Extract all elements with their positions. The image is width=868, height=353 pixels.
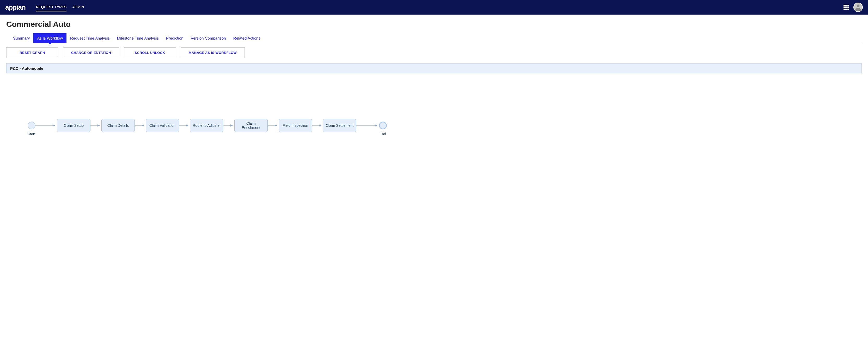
workflow-edge bbox=[135, 126, 144, 126]
avatar[interactable] bbox=[854, 3, 863, 12]
workflow-node-route-to-adjuster[interactable]: Route to Adjuster bbox=[190, 119, 223, 132]
top-nav: appian REQUEST TYPES ADMIN bbox=[0, 0, 868, 14]
workflow-start-node[interactable] bbox=[28, 121, 35, 129]
workflow-edge bbox=[223, 126, 232, 126]
tab-related-actions[interactable]: Related Actions bbox=[230, 33, 264, 43]
page-title: Commercial Auto bbox=[6, 20, 862, 29]
workflow-edge bbox=[312, 126, 321, 126]
tabs: Summary As Is Workflow Request Time Anal… bbox=[6, 33, 862, 43]
workflow-node-claim-settlement[interactable]: Claim Settlement bbox=[323, 119, 356, 132]
tab-summary[interactable]: Summary bbox=[9, 33, 33, 43]
workflow-node-claim-enrichment[interactable]: Claim Enrichment bbox=[234, 119, 268, 132]
workflow-node-field-inspection[interactable]: Field Inspection bbox=[279, 119, 312, 132]
workflow-edge bbox=[268, 126, 277, 126]
workflow-canvas[interactable]: Start Claim Setup Claim Details Claim Va… bbox=[6, 76, 862, 170]
scroll-unlock-button[interactable]: SCROLL UNLOCK bbox=[124, 47, 176, 58]
tab-version-comparison[interactable]: Version Comparison bbox=[187, 33, 230, 43]
page-content: Commercial Auto Summary As Is Workflow R… bbox=[0, 14, 868, 175]
tab-milestone-time-analysis[interactable]: Milestone Time Analysis bbox=[114, 33, 162, 43]
nav-link-request-types[interactable]: REQUEST TYPES bbox=[36, 3, 66, 11]
reset-graph-button[interactable]: RESET GRAPH bbox=[6, 47, 58, 58]
nav-left: appian REQUEST TYPES ADMIN bbox=[5, 3, 84, 11]
workflow-node-claim-validation[interactable]: Claim Validation bbox=[146, 119, 179, 132]
workflow-node-claim-details[interactable]: Claim Details bbox=[101, 119, 135, 132]
tab-request-time-analysis[interactable]: Request Time Analysis bbox=[66, 33, 114, 43]
tab-prediction[interactable]: Prediction bbox=[162, 33, 187, 43]
logo[interactable]: appian bbox=[5, 3, 26, 11]
nav-link-admin[interactable]: ADMIN bbox=[72, 3, 84, 11]
change-orientation-button[interactable]: CHANGE ORIENTATION bbox=[63, 47, 119, 58]
workflow-node-claim-setup[interactable]: Claim Setup bbox=[57, 119, 90, 132]
tab-as-is-workflow[interactable]: As Is Workflow bbox=[33, 33, 66, 43]
manage-workflow-button[interactable]: MANAGE AS IS WORKFLOW bbox=[181, 47, 245, 58]
action-buttons: RESET GRAPH CHANGE ORIENTATION SCROLL UN… bbox=[6, 47, 862, 58]
workflow-start-label: Start bbox=[28, 132, 35, 136]
nav-links: REQUEST TYPES ADMIN bbox=[36, 3, 84, 11]
svg-point-0 bbox=[857, 4, 860, 7]
workflow-edge bbox=[356, 126, 377, 126]
nav-right bbox=[843, 3, 863, 12]
workflow-section-header: P&C - Automobile bbox=[6, 63, 862, 73]
workflow-edge bbox=[35, 126, 55, 126]
workflow-edge bbox=[179, 126, 188, 126]
workflow-end-label: End bbox=[379, 132, 386, 136]
workflow-end-node[interactable] bbox=[379, 121, 387, 129]
workflow-edge bbox=[90, 126, 100, 126]
apps-grid-icon[interactable] bbox=[843, 5, 849, 10]
